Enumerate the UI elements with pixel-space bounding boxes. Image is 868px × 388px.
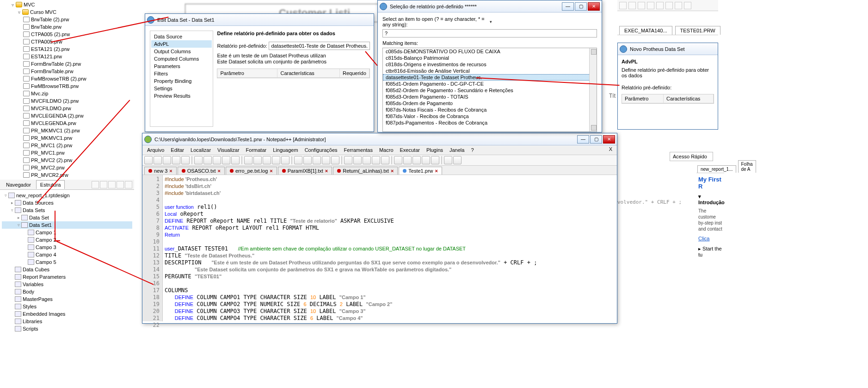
outline-item[interactable]: Libraries [2, 318, 132, 325]
tree-file[interactable]: PR_MVC2.prw [4, 164, 134, 171]
toolbar-icon[interactable] [244, 156, 252, 164]
minimize-button[interactable]: — [577, 135, 589, 144]
list-item[interactable]: f087ids-Valor - Recibos de Cobrança [383, 113, 597, 119]
list-item[interactable]: ctbr816d-Emissão de Análise Vertical [383, 68, 597, 74]
toolbar-icon[interactable] [291, 156, 292, 164]
editor-tab[interactable]: erro_pe.txt.log× [226, 167, 277, 175]
tree-file[interactable]: BrwTable (2).prw [4, 16, 134, 23]
help-start[interactable]: ▸ Start the tu [696, 243, 724, 260]
toolbar-icon[interactable] [381, 156, 389, 164]
category-item[interactable]: Computed Columns [151, 55, 212, 63]
editor-tab[interactable]: Return(_aLinhas).txt× [333, 167, 398, 175]
toolbar-icon[interactable] [431, 156, 439, 164]
tab[interactable]: new_report_1... [697, 165, 736, 173]
outline-item[interactable]: Scripts [2, 325, 132, 332]
category-item[interactable]: Preview Results [151, 92, 212, 100]
toolbar-icon[interactable] [322, 156, 330, 164]
toolbar-icon[interactable] [303, 156, 312, 164]
close-button[interactable]: ✕ [588, 2, 600, 11]
toolbar-icon[interactable] [363, 156, 371, 164]
toolbar-icon[interactable] [222, 156, 230, 164]
outline-item[interactable]: Campo 2 [2, 236, 132, 244]
outline-item[interactable]: Styles [2, 303, 132, 310]
dropdown-icon[interactable]: ▾ [488, 19, 597, 24]
col-header[interactable]: Características [277, 69, 340, 77]
tree-file[interactable]: FwMBrowseTRB (2).prw [4, 75, 134, 82]
list-item[interactable]: f085d1-Ordem Pagamento - DC-GP-CT-CE [383, 81, 597, 87]
toolbar-icon[interactable] [163, 156, 171, 164]
close-icon[interactable]: × [391, 168, 394, 174]
outline-item[interactable]: ▿Data Set1 [2, 221, 132, 229]
code-editor[interactable]: 12345678910111213141516171819202122 #Inc… [142, 175, 617, 321]
menu-item[interactable]: ? [468, 146, 476, 154]
category-item[interactable]: Parameters [151, 63, 212, 70]
menu-item[interactable]: Linguagem [270, 146, 301, 154]
tree-file[interactable]: MVCFILDMO.prw [4, 105, 134, 112]
col-header[interactable]: Requerido [340, 69, 369, 77]
col-header[interactable]: Parâmetro [217, 69, 277, 77]
close-icon[interactable]: × [218, 168, 221, 174]
toolbar-icon[interactable] [125, 181, 132, 188]
toolbar-icon[interactable] [628, 2, 636, 9]
close-icon[interactable]: × [169, 168, 172, 174]
tree-folder-mvc[interactable]: ▿ MVC [4, 1, 134, 8]
toolbar-icon[interactable] [241, 156, 242, 164]
titlebar[interactable]: Novo Protheus Data Set [618, 43, 718, 55]
outline-item[interactable]: Variables [2, 281, 132, 288]
toolbar-icon[interactable] [403, 156, 412, 164]
category-item[interactable]: Output Columns [151, 48, 212, 55]
tree-file[interactable]: FwMBrowseTRB.prw [4, 82, 134, 90]
menu-item[interactable]: Ferramentas [341, 146, 376, 154]
menu-item[interactable]: Visualizar [215, 146, 242, 154]
toolbar-icon[interactable] [92, 181, 99, 188]
col-header[interactable]: Características [664, 94, 714, 103]
list-item[interactable]: f087pds-Pagamentos - Recibos de Cobrança [383, 119, 597, 126]
editor-tab[interactable]: Teste1.prw× [399, 167, 442, 175]
caret-icon[interactable]: ▸ [9, 200, 15, 205]
list-item[interactable]: c818ds-Origens e investimentos de recurs… [383, 61, 597, 68]
tab-close-x[interactable]: X [606, 146, 615, 152]
toolbar-icon[interactable] [172, 156, 180, 164]
titlebar[interactable]: Edit Data Set - Data Set1 [145, 14, 374, 26]
toolbar-icon[interactable] [412, 156, 421, 164]
code-area[interactable]: #Include 'Protheus.ch' #Include 'tdsBirt… [163, 175, 617, 321]
toolbar-icon[interactable] [191, 156, 192, 164]
toolbar-icon[interactable] [675, 2, 682, 9]
caret-icon[interactable]: ▿ [3, 193, 8, 198]
close-button[interactable]: ✕ [603, 135, 615, 144]
list-item[interactable]: f085d3-Ordem Pagamento - TOTAIS [383, 94, 597, 100]
category-item[interactable]: Data Source [151, 33, 212, 40]
toolbar-icon[interactable] [638, 2, 645, 9]
toolbar-icon[interactable] [331, 156, 339, 164]
toolbar-icon[interactable] [665, 2, 673, 9]
minimize-button[interactable]: — [562, 2, 574, 11]
menu-item[interactable]: Macro [376, 146, 396, 154]
toolbar-icon[interactable] [100, 181, 107, 188]
menu-item[interactable]: Executar [397, 146, 423, 154]
toolbar-icon[interactable] [341, 156, 342, 164]
close-icon[interactable]: × [435, 168, 438, 174]
outline-item[interactable]: Data Cubes [2, 266, 132, 273]
editor-tab[interactable]: ParamIXB[1].txt× [278, 167, 332, 175]
outline-item[interactable]: ▿new_report_1.rptdesign [2, 192, 132, 199]
list-item[interactable]: f087ds-Notas Fiscais - Recibos de Cobran… [383, 106, 597, 113]
quick-access-field[interactable]: Acesso Rápido [670, 152, 713, 161]
editor-tab[interactable]: new 3× [144, 167, 177, 175]
toolbar-icon[interactable] [272, 156, 280, 164]
tree-file[interactable]: PR_MKMVC1.prw [4, 134, 134, 142]
outline-item[interactable]: ▸Data Set [2, 214, 132, 221]
caret-icon[interactable]: ▿ [10, 2, 15, 7]
scrollbar[interactable] [589, 48, 597, 131]
toolbar-icon[interactable] [684, 2, 691, 9]
toolbar-icon[interactable] [194, 156, 203, 164]
toolbar-icon[interactable] [154, 156, 162, 164]
menu-item[interactable]: Configurações [302, 146, 340, 154]
toolbar-icon[interactable] [422, 156, 430, 164]
toolbar-icon[interactable] [108, 181, 116, 188]
filter-input[interactable] [382, 29, 597, 38]
outline-item[interactable]: MasterPages [2, 295, 132, 303]
toolbar-icon[interactable] [294, 156, 302, 164]
tree-file[interactable]: CTPA005 (2).prw [4, 31, 134, 38]
report-field[interactable]: datasetteste01-Teste de Dataset Protheus… [269, 42, 370, 50]
tree-file[interactable]: PR_MKMVC1 (2).prw [4, 127, 134, 134]
